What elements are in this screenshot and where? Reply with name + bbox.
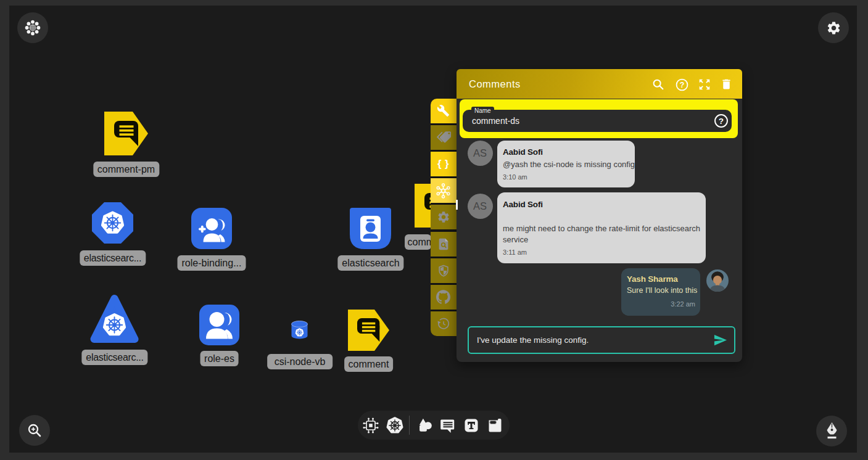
svg-text:?: ?: [680, 81, 685, 89]
svg-text:?: ?: [718, 116, 723, 125]
